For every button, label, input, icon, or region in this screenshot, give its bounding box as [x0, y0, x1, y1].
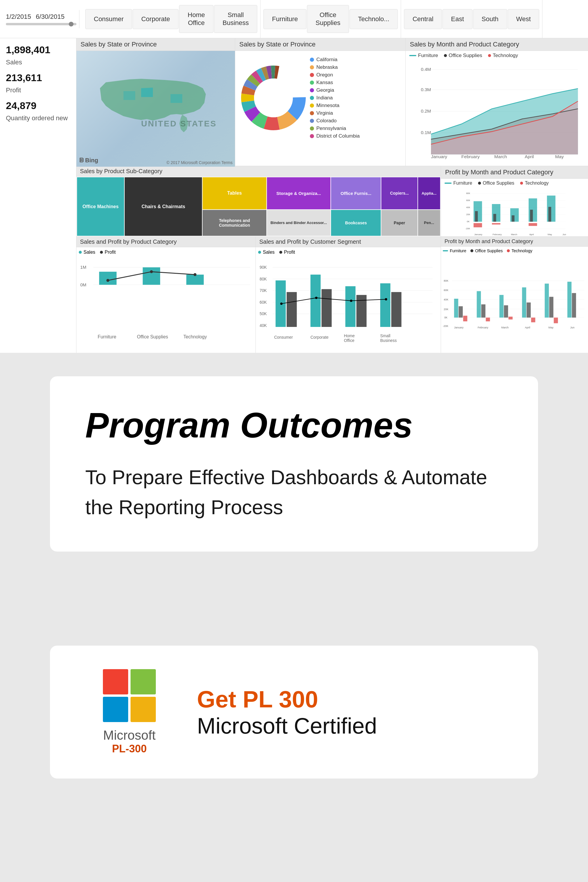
filter-central[interactable]: Central: [404, 9, 442, 29]
svg-rect-129: [531, 318, 536, 322]
date-start: 1/2/2015: [6, 13, 31, 21]
svg-text:-20K: -20K: [443, 325, 448, 328]
map-body: UNITED STATES ᗸ Bing © 2017 Microsoft Co…: [76, 51, 235, 167]
svg-rect-90: [286, 292, 297, 327]
svg-rect-123: [486, 318, 490, 321]
cert-text: Get PL 300 Microsoft Certified: [197, 686, 377, 738]
svg-rect-55: [494, 214, 496, 222]
treemap-col-3: Tables Telephones and Communication: [202, 177, 266, 236]
svg-rect-134: [572, 293, 576, 318]
svg-text:Business: Business: [380, 338, 397, 343]
svg-point-98: [315, 297, 318, 299]
line-chart-top: Sales by Month and Product Category Furn…: [406, 38, 588, 166]
filter-bar: 1/2/2015 6/30/2015 Consumer Corporate Ho…: [0, 0, 588, 38]
ms-logo-red: [103, 669, 128, 694]
svg-text:-20K: -20K: [465, 228, 470, 230]
bar-segment-section: Sales and Profit by Customer Segment Sal…: [256, 237, 441, 353]
donut-chart-svg: [241, 66, 306, 130]
filter-small-business[interactable]: SmallBusiness: [214, 5, 257, 33]
ms-pl: PL-300: [112, 742, 147, 755]
bar-segment-svg: 90K 80K 70K 60K 50K 40K: [256, 257, 441, 350]
line-chart-top-legend: Furniture Office Supplies Technology: [406, 51, 588, 60]
treemap-col-2: Chairs & Chairmats: [124, 177, 202, 236]
bar-product-title: Sales and Profit by Product Category: [76, 237, 255, 247]
qty-label: Quantity ordered new: [6, 114, 70, 122]
ms-grid: [103, 669, 156, 722]
date-filter: 1/2/2015 6/30/2015: [3, 10, 80, 28]
date-slider[interactable]: [6, 23, 76, 25]
svg-rect-94: [356, 295, 367, 327]
main-charts: Sales by State or Province UN: [76, 38, 588, 353]
svg-point-73: [150, 270, 153, 273]
svg-point-99: [350, 300, 352, 302]
svg-rect-93: [345, 286, 356, 327]
svg-rect-133: [567, 282, 572, 318]
treemap-title: Sales by Product Sub-Category: [76, 166, 441, 177]
filter-south[interactable]: South: [473, 9, 507, 29]
svg-text:Office Supplies: Office Supplies: [137, 334, 168, 340]
svg-text:Office: Office: [344, 338, 355, 343]
treemap-col-7: Applia... Pen...: [418, 177, 440, 236]
svg-rect-125: [504, 306, 508, 318]
treemap-cell-copiers: Copiers...: [381, 177, 417, 209]
ms-logo: Microsoft PL-300: [85, 669, 174, 755]
outcomes-card: Program Outcomes To Prepare Effective Da…: [50, 376, 538, 552]
donut-section: Sales by State or Province: [235, 38, 406, 166]
treemap-cell-tables: Tables: [202, 177, 266, 209]
treemap-cell-office-furnis: Office Furnis...: [331, 177, 381, 209]
treemap-container: Sales by Product Sub-Category Office Mac…: [76, 166, 441, 236]
bar-right-title: Profit by Month and Product Category: [441, 237, 588, 247]
svg-text:20K: 20K: [466, 213, 471, 216]
dashboard-body: 1,898,401 Sales 213,611 Profit 24,879 Qu…: [0, 38, 588, 353]
bar-segment-title: Sales and Profit by Customer Segment: [256, 237, 441, 247]
treemap-cell-binders: Binders and Binder Accessor...: [267, 210, 330, 236]
svg-rect-49: [492, 223, 500, 225]
cert-subtitle: Microsoft Certified: [197, 713, 377, 738]
outcomes-description: To Prepare Effective Dashboards & Automa…: [85, 462, 503, 522]
svg-text:Home: Home: [344, 333, 355, 338]
filter-east[interactable]: East: [442, 9, 472, 29]
svg-text:40K: 40K: [260, 323, 267, 328]
svg-text:Small: Small: [380, 333, 390, 338]
filter-home-office[interactable]: HomeOffice: [179, 5, 213, 33]
svg-rect-58: [548, 207, 551, 222]
svg-rect-122: [481, 304, 485, 318]
ms-logo-green: [130, 669, 156, 694]
bar-segment-legend: Sales Profit: [256, 247, 441, 257]
filter-furniture[interactable]: Furniture: [263, 9, 306, 29]
us-map-svg: UNITED STATES: [82, 64, 230, 153]
svg-rect-96: [392, 292, 402, 327]
svg-rect-120: [463, 316, 467, 321]
svg-text:May: May: [548, 233, 552, 236]
sales-value: 1,898,401: [6, 44, 70, 56]
svg-point-74: [194, 273, 196, 276]
svg-text:40K: 40K: [466, 206, 471, 209]
svg-text:March: March: [511, 233, 517, 236]
filter-technology[interactable]: Technolo...: [350, 9, 398, 29]
filter-corporate[interactable]: Corporate: [133, 9, 178, 29]
filter-consumer[interactable]: Consumer: [85, 9, 132, 29]
filter-office-supplies[interactable]: OfficeSupplies: [307, 5, 349, 33]
line-chart-bottom-title: Profit by Month and Product Category: [441, 166, 588, 179]
svg-rect-47: [474, 223, 482, 227]
bar-product-legend: Sales Profit: [76, 247, 255, 257]
svg-text:80K: 80K: [444, 279, 448, 282]
date-end: 6/30/2015: [36, 13, 64, 21]
svg-text:Consumer: Consumer: [274, 335, 293, 340]
bing-logo: ᗸ Bing: [80, 157, 98, 164]
treemap-cell-storage: Storage & Organiza...: [267, 177, 330, 209]
filter-west[interactable]: West: [508, 9, 540, 29]
svg-text:Jun: Jun: [562, 233, 566, 236]
svg-text:February: February: [493, 233, 502, 236]
svg-rect-130: [545, 284, 549, 318]
donut-body: California Nebraska Oregon Kansas Georgi…: [235, 51, 405, 145]
svg-text:0.4M: 0.4M: [421, 67, 431, 72]
svg-text:January: January: [454, 326, 464, 329]
treemap-col-5: Office Furnis... Bookcases: [331, 177, 381, 236]
svg-rect-54: [475, 211, 478, 222]
bar-product-svg: 1M 0M: [76, 257, 255, 350]
svg-text:0.3M: 0.3M: [421, 87, 431, 92]
date-slider-handle[interactable]: [69, 22, 74, 27]
svg-text:Jun: Jun: [570, 326, 574, 329]
svg-text:60K: 60K: [444, 289, 448, 292]
